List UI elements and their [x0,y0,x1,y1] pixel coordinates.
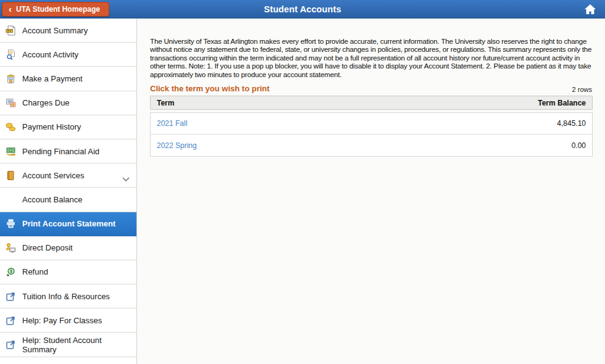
page-title: Student Accounts [264,4,341,14]
home-icon[interactable] [584,4,596,15]
term-link[interactable]: 2021 Fall [157,119,187,128]
print-statement-icon [6,218,16,229]
account-balance-icon [6,194,16,205]
sidebar-item-label: Make a Payment [22,74,83,83]
sidebar-item-label: Account Activity [22,50,78,59]
table-row: 2021 Fall4,845.10 [151,113,592,134]
sidebar-item-label: Print Account Statement [22,219,115,228]
sidebar-item-label: Help: Pay For Classes [22,316,102,325]
account-activity-icon [6,49,16,60]
sidebar-item-label: Tuition Info & Resources [22,292,110,301]
external-link-icon [6,339,16,350]
term-table: Term Term Balance 2021 Fall4,845.102022 … [150,96,593,157]
sidebar-item-label: Account Balance [22,195,83,204]
sidebar-item-label: Help: Student Account Summary [22,336,136,354]
account-services-icon [6,170,16,181]
sidebar-item-help-student-account-summary[interactable]: Help: Student Account Summary [0,333,136,357]
term-link[interactable]: 2022 Spring [157,141,197,150]
sidebar-item-label: Payment History [22,122,81,131]
sidebar-item-account-summary[interactable]: Account Summary [0,19,136,43]
sidebar-item-charges-due[interactable]: Charges Due [0,91,136,115]
sidebar: Account SummaryAccount ActivityMake a Pa… [0,19,137,364]
sidebar-item-help-pay-for-classes[interactable]: Help: Pay For Classes [0,308,136,333]
header-bar: ‹ UTA Student Homepage Student Accounts [0,0,605,19]
rows-count: 2 rows [572,86,593,93]
sidebar-item-label: Account Summary [22,26,88,35]
sidebar-item-account-balance[interactable]: Account Balance [0,188,136,212]
sidebar-item-pending-financial-aid[interactable]: Pending Financial Aid [0,139,136,163]
prompt-row: Click the term you wish to print 2 rows [150,84,593,93]
sidebar-item-print-account-statement[interactable]: Print Account Statement [0,212,136,236]
back-chevron-icon: ‹ [9,4,12,14]
make-payment-icon [6,73,16,84]
svg-text:$: $ [10,270,12,275]
account-summary-icon [6,25,16,36]
sidebar-item-make-a-payment[interactable]: Make a Payment [0,67,136,91]
term-balance: 4,845.10 [557,119,586,128]
sidebar-item-account-services[interactable]: Account Services [0,163,136,188]
table-row: 2022 Spring0.00 [151,134,592,156]
disclaimer-text: The University of Texas at Arlington mak… [150,37,593,78]
back-button[interactable]: ‹ UTA Student Homepage [2,2,109,17]
sidebar-item-tuition-info-resources[interactable]: Tuition Info & Resources [0,284,136,308]
sidebar-item-account-activity[interactable]: Account Activity [0,43,136,67]
charges-due-icon [6,97,16,108]
external-link-icon [6,315,16,326]
external-link-icon [6,291,16,302]
back-button-label: UTA Student Homepage [16,5,100,14]
sidebar-item-label: Refund [22,267,48,276]
table-header-row: Term Term Balance [150,96,593,110]
financial-aid-icon [6,146,16,157]
payment-history-icon [6,122,16,132]
sidebar-item-label: Pending Financial Aid [22,147,99,156]
balance-column-header: Term Balance [538,99,586,107]
term-balance: 0.00 [572,141,586,150]
sidebar-item-label: Charges Due [22,98,70,107]
term-column-header: Term [157,99,174,107]
refund-icon: $ [6,267,16,277]
sidebar-item-label: Account Services [22,171,84,180]
sidebar-item-label: Direct Deposit [22,243,73,252]
direct-deposit-icon [6,242,16,253]
chevron-down-icon [122,173,130,178]
main-content: The University of Texas at Arlington mak… [138,19,605,364]
sidebar-item-direct-deposit[interactable]: Direct Deposit [0,236,136,260]
sidebar-item-refund[interactable]: $Refund [0,260,136,284]
table-body: 2021 Fall4,845.102022 Spring0.00 [150,112,593,157]
prompt-heading: Click the term you wish to print [150,84,270,93]
sidebar-item-payment-history[interactable]: Payment History [0,115,136,139]
